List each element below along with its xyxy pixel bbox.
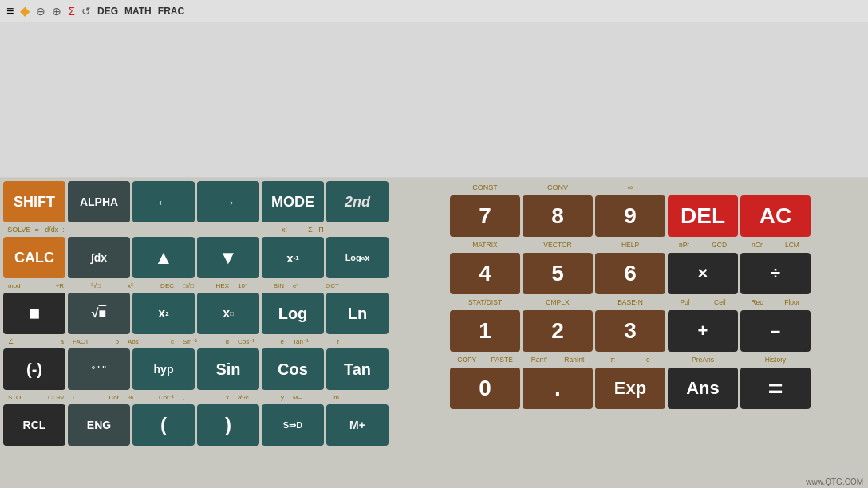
2nd-button[interactable]: 2nd bbox=[326, 181, 389, 222]
left-panel: SHIFT ALPHA ← → MODE 2nd SOLVE = d/dx : … bbox=[0, 178, 447, 488]
divide-button[interactable]: ÷ bbox=[740, 253, 811, 294]
down-arrow-button[interactable]: ▼ bbox=[197, 237, 259, 278]
minus-button[interactable]: – bbox=[740, 310, 811, 352]
cot-inv-label: Cot⁻¹ bbox=[159, 394, 174, 401]
abs-label: Abs bbox=[128, 338, 139, 345]
minimize-icon[interactable]: ⊖ bbox=[36, 5, 45, 18]
pct-label: % bbox=[128, 394, 133, 401]
solve-label: SOLVE = d/dx : bbox=[5, 226, 67, 234]
sin-button[interactable]: Sin bbox=[197, 348, 259, 390]
sigma-icon[interactable]: Σ bbox=[68, 5, 75, 18]
x-label: x bbox=[226, 394, 229, 401]
mode-deg[interactable]: DEG bbox=[97, 6, 118, 17]
matrix-label: MATRIX bbox=[450, 241, 520, 249]
btn-7[interactable]: 7 bbox=[450, 195, 520, 237]
calc-button[interactable]: CALC bbox=[3, 237, 65, 278]
multiply-button[interactable]: × bbox=[668, 253, 738, 294]
s2d-button[interactable]: S⇒D bbox=[262, 404, 324, 446]
btn-4[interactable]: 4 bbox=[450, 253, 520, 294]
alpha-button[interactable]: ALPHA bbox=[68, 181, 130, 222]
oct-label: OCT bbox=[326, 282, 339, 289]
mode-math[interactable]: MATH bbox=[124, 6, 152, 17]
i-label: i bbox=[73, 394, 74, 401]
dms-button[interactable]: ° ' " bbox=[68, 348, 130, 390]
x2-button[interactable]: x2 bbox=[132, 293, 195, 334]
e-label: e bbox=[646, 356, 650, 364]
cbrt-label: ³√□ bbox=[69, 282, 122, 289]
mode-button[interactable]: MODE bbox=[262, 181, 324, 222]
ln-button[interactable]: Ln bbox=[326, 293, 389, 334]
preans-label: PreAns bbox=[668, 356, 738, 364]
e-label: e bbox=[281, 338, 284, 345]
stat-label: STAT/DIST bbox=[450, 298, 520, 306]
up-arrow-button[interactable]: ▲ bbox=[132, 237, 195, 278]
divr-label: ÷R bbox=[56, 282, 64, 289]
rcl-button[interactable]: RCL bbox=[3, 404, 65, 446]
left-arrow-button[interactable]: ← bbox=[132, 181, 195, 222]
mminus-label: M– bbox=[293, 394, 302, 401]
f-label: f bbox=[337, 338, 339, 345]
eng-button[interactable]: ENG bbox=[68, 404, 130, 446]
sqrt-button[interactable]: √■ bbox=[68, 293, 130, 334]
mplus-button[interactable]: M+ bbox=[326, 404, 389, 446]
hyp-button[interactable]: hyp bbox=[132, 348, 195, 390]
btn-6[interactable]: 6 bbox=[595, 253, 665, 294]
xn-button[interactable]: x□ bbox=[197, 293, 259, 334]
btn-0[interactable]: 0 bbox=[450, 368, 520, 409]
ans-button[interactable]: Ans bbox=[668, 368, 738, 409]
log-button[interactable]: Log bbox=[262, 293, 324, 334]
const-label: CONST bbox=[450, 183, 520, 191]
del-button[interactable]: DEL bbox=[668, 195, 738, 237]
btn-3[interactable]: 3 bbox=[595, 310, 665, 352]
rparen-button[interactable]: ) bbox=[197, 404, 259, 446]
neg-button[interactable]: ■ bbox=[3, 293, 65, 334]
sto-label: STO bbox=[8, 394, 21, 401]
tan-button[interactable]: Tan bbox=[326, 348, 389, 390]
mode-frac[interactable]: FRAC bbox=[158, 6, 184, 17]
exp-button[interactable]: Exp bbox=[595, 368, 665, 409]
refresh-icon[interactable]: ↺ bbox=[81, 5, 91, 18]
fact-label: FACT bbox=[73, 338, 89, 345]
dec-label: DEC bbox=[160, 282, 174, 289]
floor-label: Floor bbox=[784, 298, 799, 306]
right-arrow-button[interactable]: → bbox=[197, 181, 259, 222]
cos-inv-label: Cos⁻¹ bbox=[238, 338, 254, 345]
copy-label: COPY bbox=[457, 356, 476, 364]
menu-icon[interactable]: ≡ bbox=[6, 4, 14, 18]
npr-label: nPr bbox=[679, 241, 689, 249]
help-label: HELP bbox=[595, 241, 665, 249]
gcd-label: GCD bbox=[712, 241, 727, 249]
btn-8[interactable]: 8 bbox=[523, 195, 593, 237]
hex-label: HEX bbox=[216, 282, 229, 289]
calculator-display bbox=[0, 22, 868, 178]
factorial-label: x! bbox=[235, 226, 287, 234]
maximize-icon[interactable]: ⊕ bbox=[52, 5, 61, 18]
lparen-button[interactable]: ( bbox=[132, 404, 195, 446]
plus-button[interactable]: + bbox=[668, 310, 738, 352]
btn-1[interactable]: 1 bbox=[450, 310, 520, 352]
ac-button[interactable]: AC bbox=[740, 195, 811, 237]
negative-button[interactable]: (-) bbox=[3, 348, 65, 390]
decimal-button[interactable]: . bbox=[523, 368, 593, 409]
sketch-icon: ◆ bbox=[20, 3, 30, 18]
btn-5[interactable]: 5 bbox=[523, 253, 593, 294]
mod-label: mod bbox=[8, 282, 21, 289]
x-inverse-button[interactable]: x-1 bbox=[262, 237, 324, 278]
10x-label: 10ˣ bbox=[238, 282, 248, 289]
cos-button[interactable]: Cos bbox=[262, 348, 324, 390]
pi-label: π bbox=[610, 356, 615, 364]
pol-label: Pol bbox=[680, 298, 689, 306]
cmplx-label: CMPLX bbox=[523, 298, 593, 306]
btn-9[interactable]: 9 bbox=[595, 195, 665, 237]
right-panel: CONST CONV ∞ 7 8 9 DEL AC MATRIX VECTOR … bbox=[447, 178, 868, 488]
ex-label: eˣ bbox=[293, 282, 299, 289]
shift-button[interactable]: SHIFT bbox=[3, 181, 65, 222]
integral-button[interactable]: ∫dx bbox=[68, 237, 130, 278]
btn-2[interactable]: 2 bbox=[523, 310, 593, 352]
sin-inv-label: Sin⁻¹ bbox=[183, 338, 197, 345]
loga-button[interactable]: Logax bbox=[326, 237, 389, 278]
conv-label: CONV bbox=[523, 183, 593, 191]
y-label: y bbox=[281, 394, 284, 401]
tan-inv-label: Tan⁻¹ bbox=[293, 338, 309, 345]
equals-button[interactable]: = bbox=[740, 368, 811, 409]
